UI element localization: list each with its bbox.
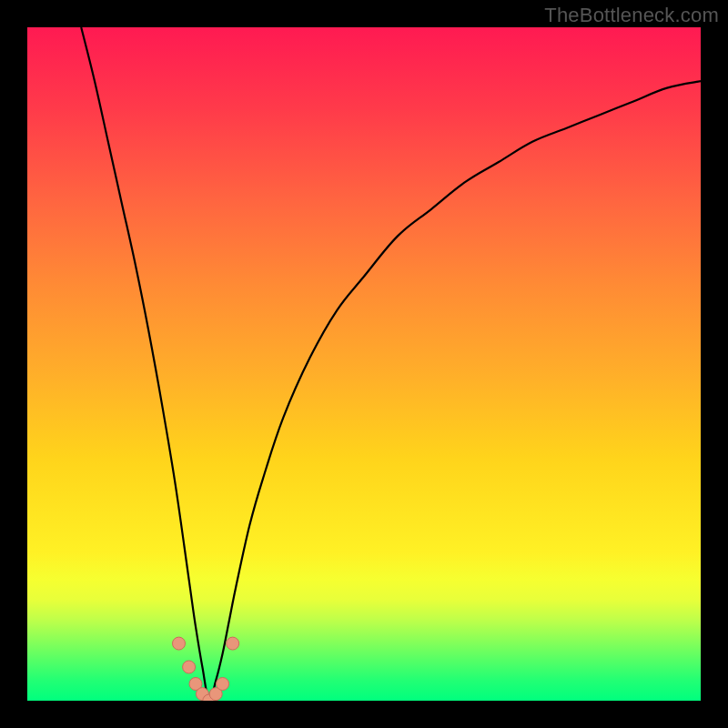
curve-layer [27, 27, 701, 701]
valley-marker [217, 678, 229, 691]
valley-marker [227, 637, 239, 650]
valley-marker [173, 637, 186, 650]
bottleneck-curve [81, 27, 701, 701]
chart-canvas: TheBottleneck.com [0, 0, 728, 728]
plot-area [27, 27, 701, 701]
valley-marker [183, 661, 196, 673]
attribution-label: TheBottleneck.com [544, 4, 719, 27]
valley-markers [173, 637, 239, 701]
